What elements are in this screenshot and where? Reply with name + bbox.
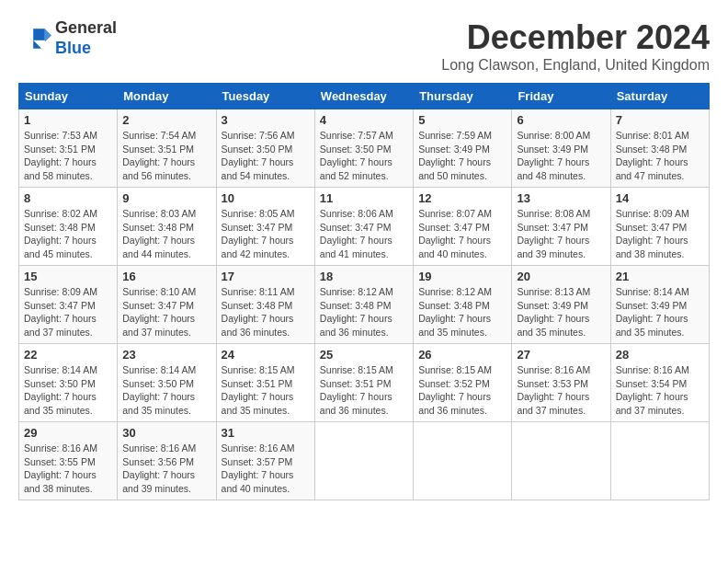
- day-number: 6: [517, 113, 605, 127]
- day-number: 31: [222, 426, 310, 440]
- calendar-cell: [414, 422, 512, 500]
- title-area: December 2024 Long Clawson, England, Uni…: [441, 18, 710, 74]
- day-number: 15: [24, 270, 112, 283]
- calendar-cell: 9 Sunrise: 8:03 AM Sunset: 3:48 PM Dayli…: [118, 188, 216, 266]
- calendar-cell: 30 Sunrise: 8:16 AM Sunset: 3:56 PM Dayl…: [118, 422, 216, 500]
- day-number: 25: [320, 348, 408, 362]
- day-info: Sunrise: 7:57 AM Sunset: 3:50 PM Dayligh…: [320, 129, 408, 183]
- calendar-cell: 17 Sunrise: 8:11 AM Sunset: 3:48 PM Dayl…: [216, 266, 314, 344]
- day-info: Sunrise: 8:16 AM Sunset: 3:53 PM Dayligh…: [517, 363, 605, 418]
- day-number: 17: [222, 270, 310, 283]
- day-info: Sunrise: 7:56 AM Sunset: 3:50 PM Dayligh…: [222, 129, 310, 183]
- header-saturday: Saturday: [610, 84, 709, 109]
- calendar-subtitle: Long Clawson, England, United Kingdom: [441, 57, 710, 74]
- day-info: Sunrise: 8:12 AM Sunset: 3:48 PM Dayligh…: [320, 285, 408, 339]
- day-number: 28: [616, 348, 704, 362]
- calendar-cell: 4 Sunrise: 7:57 AM Sunset: 3:50 PM Dayli…: [314, 109, 413, 188]
- calendar-cell: 14 Sunrise: 8:09 AM Sunset: 3:47 PM Dayl…: [610, 188, 709, 266]
- day-number: 7: [616, 113, 704, 127]
- day-info: Sunrise: 8:16 AM Sunset: 3:55 PM Dayligh…: [24, 442, 112, 496]
- day-info: Sunrise: 8:06 AM Sunset: 3:47 PM Dayligh…: [320, 207, 408, 261]
- header-thursday: Thursday: [414, 84, 512, 109]
- day-number: 18: [320, 270, 408, 283]
- day-info: Sunrise: 8:15 AM Sunset: 3:52 PM Dayligh…: [418, 363, 506, 418]
- header-sunday: Sunday: [19, 84, 118, 109]
- calendar-cell: 13 Sunrise: 8:08 AM Sunset: 3:47 PM Dayl…: [512, 188, 610, 266]
- calendar-body: 1 Sunrise: 7:53 AM Sunset: 3:51 PM Dayli…: [19, 109, 710, 500]
- day-number: 29: [24, 426, 112, 440]
- day-info: Sunrise: 8:16 AM Sunset: 3:57 PM Dayligh…: [222, 442, 310, 496]
- day-number: 11: [320, 191, 408, 205]
- day-info: Sunrise: 8:09 AM Sunset: 3:47 PM Dayligh…: [24, 285, 112, 339]
- day-number: 2: [122, 113, 210, 127]
- calendar-cell: [512, 422, 610, 500]
- calendar-cell: 29 Sunrise: 8:16 AM Sunset: 3:55 PM Dayl…: [19, 422, 118, 500]
- day-number: 22: [24, 348, 112, 362]
- day-number: 14: [616, 191, 704, 205]
- day-number: 10: [222, 191, 310, 205]
- day-info: Sunrise: 8:05 AM Sunset: 3:47 PM Dayligh…: [222, 207, 310, 261]
- day-number: 4: [320, 113, 408, 127]
- day-info: Sunrise: 8:10 AM Sunset: 3:47 PM Dayligh…: [122, 285, 210, 339]
- day-info: Sunrise: 8:15 AM Sunset: 3:51 PM Dayligh…: [320, 363, 408, 418]
- calendar-cell: 3 Sunrise: 7:56 AM Sunset: 3:50 PM Dayli…: [216, 109, 314, 188]
- day-number: 1: [24, 113, 112, 127]
- calendar-cell: 20 Sunrise: 8:13 AM Sunset: 3:49 PM Dayl…: [512, 266, 610, 344]
- calendar-table: Sunday Monday Tuesday Wednesday Thursday…: [18, 83, 710, 500]
- logo-blue: Blue: [55, 39, 91, 57]
- day-info: Sunrise: 7:53 AM Sunset: 3:51 PM Dayligh…: [24, 129, 112, 183]
- calendar-cell: 31 Sunrise: 8:16 AM Sunset: 3:57 PM Dayl…: [216, 422, 314, 500]
- calendar-cell: 25 Sunrise: 8:15 AM Sunset: 3:51 PM Dayl…: [314, 344, 413, 422]
- header-friday: Friday: [512, 84, 610, 109]
- calendar-cell: 1 Sunrise: 7:53 AM Sunset: 3:51 PM Dayli…: [19, 109, 118, 188]
- calendar-cell: 10 Sunrise: 8:05 AM Sunset: 3:47 PM Dayl…: [216, 188, 314, 266]
- header-monday: Monday: [118, 84, 216, 109]
- svg-marker-0: [33, 29, 45, 40]
- page-header: General Blue December 2024 Long Clawson,…: [18, 18, 710, 74]
- calendar-cell: 7 Sunrise: 8:01 AM Sunset: 3:48 PM Dayli…: [610, 109, 709, 188]
- day-number: 9: [122, 191, 210, 205]
- calendar-cell: 8 Sunrise: 8:02 AM Sunset: 3:48 PM Dayli…: [19, 188, 118, 266]
- day-info: Sunrise: 8:15 AM Sunset: 3:51 PM Dayligh…: [222, 363, 310, 418]
- day-number: 23: [122, 348, 210, 362]
- day-number: 8: [24, 191, 112, 205]
- day-info: Sunrise: 7:54 AM Sunset: 3:51 PM Dayligh…: [122, 129, 210, 183]
- calendar-week-row: 22 Sunrise: 8:14 AM Sunset: 3:50 PM Dayl…: [19, 344, 710, 422]
- day-number: 19: [418, 270, 506, 283]
- logo-icon: [18, 22, 51, 55]
- day-number: 27: [517, 348, 605, 362]
- day-number: 20: [517, 270, 605, 283]
- calendar-cell: 23 Sunrise: 8:14 AM Sunset: 3:50 PM Dayl…: [118, 344, 216, 422]
- day-number: 13: [517, 191, 605, 205]
- calendar-cell: 16 Sunrise: 8:10 AM Sunset: 3:47 PM Dayl…: [118, 266, 216, 344]
- calendar-week-row: 29 Sunrise: 8:16 AM Sunset: 3:55 PM Dayl…: [19, 422, 710, 500]
- day-info: Sunrise: 8:16 AM Sunset: 3:54 PM Dayligh…: [616, 363, 704, 418]
- calendar-cell: 27 Sunrise: 8:16 AM Sunset: 3:53 PM Dayl…: [512, 344, 610, 422]
- day-info: Sunrise: 8:13 AM Sunset: 3:49 PM Dayligh…: [517, 285, 605, 339]
- day-info: Sunrise: 8:00 AM Sunset: 3:49 PM Dayligh…: [517, 129, 605, 183]
- calendar-cell: 18 Sunrise: 8:12 AM Sunset: 3:48 PM Dayl…: [314, 266, 413, 344]
- day-info: Sunrise: 8:07 AM Sunset: 3:47 PM Dayligh…: [418, 207, 506, 261]
- day-info: Sunrise: 8:03 AM Sunset: 3:48 PM Dayligh…: [122, 207, 210, 261]
- header-tuesday: Tuesday: [216, 84, 314, 109]
- calendar-cell: [610, 422, 709, 500]
- day-number: 5: [418, 113, 506, 127]
- calendar-cell: 12 Sunrise: 8:07 AM Sunset: 3:47 PM Dayl…: [414, 188, 512, 266]
- day-info: Sunrise: 8:01 AM Sunset: 3:48 PM Dayligh…: [616, 129, 704, 183]
- day-info: Sunrise: 8:12 AM Sunset: 3:48 PM Dayligh…: [418, 285, 506, 339]
- calendar-cell: 26 Sunrise: 8:15 AM Sunset: 3:52 PM Dayl…: [414, 344, 512, 422]
- day-info: Sunrise: 8:14 AM Sunset: 3:50 PM Dayligh…: [24, 363, 112, 418]
- header-wednesday: Wednesday: [314, 84, 413, 109]
- day-info: Sunrise: 8:02 AM Sunset: 3:48 PM Dayligh…: [24, 207, 112, 261]
- logo-general: General: [55, 18, 117, 37]
- calendar-cell: 2 Sunrise: 7:54 AM Sunset: 3:51 PM Dayli…: [118, 109, 216, 188]
- logo: General Blue: [18, 18, 117, 58]
- day-info: Sunrise: 8:16 AM Sunset: 3:56 PM Dayligh…: [122, 442, 210, 496]
- day-number: 21: [616, 270, 704, 283]
- day-number: 24: [222, 348, 310, 362]
- header-row: Sunday Monday Tuesday Wednesday Thursday…: [19, 84, 710, 109]
- day-info: Sunrise: 8:14 AM Sunset: 3:50 PM Dayligh…: [122, 363, 210, 418]
- svg-marker-2: [33, 40, 41, 48]
- day-number: 30: [122, 426, 210, 440]
- calendar-cell: 22 Sunrise: 8:14 AM Sunset: 3:50 PM Dayl…: [19, 344, 118, 422]
